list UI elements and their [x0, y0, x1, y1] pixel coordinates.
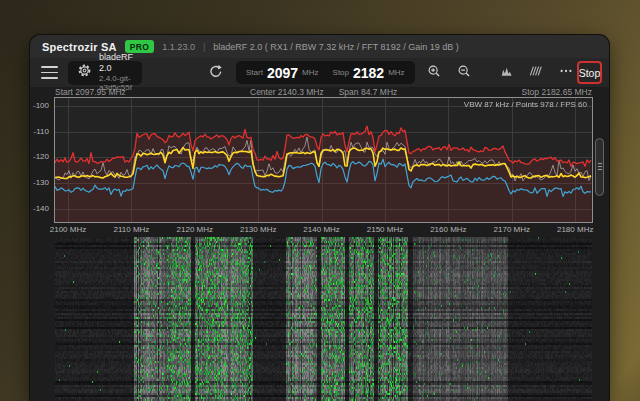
waterfall-view-icon: [529, 64, 543, 81]
stop-freq-value: 2182: [353, 65, 384, 81]
x-tick-label: 2140 MHz: [297, 225, 347, 234]
spectrum-view-icon: [498, 64, 513, 82]
slider-grip-icon: [598, 163, 602, 172]
more-options-button[interactable]: [555, 62, 577, 84]
y-tick-label: -100: [33, 101, 49, 110]
y-tick-label: -120: [33, 152, 49, 161]
x-tick-label: 2170 MHz: [487, 225, 537, 234]
start-freq-unit: MHz: [302, 68, 318, 77]
device-name: bladeRF 2.0: [99, 52, 133, 74]
y-tick-label: -110: [34, 127, 49, 136]
menu-button[interactable]: [38, 62, 60, 84]
y-tick-label: -140: [33, 204, 49, 213]
app-title: Spectrozir SA: [42, 41, 117, 53]
spectrum-plot[interactable]: [55, 98, 592, 222]
waterfall-display[interactable]: [55, 237, 592, 401]
hamburger-icon: [41, 66, 58, 78]
start-freq-value: 2097: [267, 65, 298, 81]
undo-button[interactable]: [204, 62, 226, 84]
stop-acquisition-button[interactable]: Stop: [577, 61, 603, 84]
device-summary: bladeRF 2.0 ( RX1 / RBW 7.32 kHz / FFT 8…: [213, 42, 458, 52]
stop-freq-unit: MHz: [388, 68, 404, 77]
app-window: Spectrozir SA PRO 1.1.23.0 | bladeRF 2.0…: [30, 35, 609, 401]
pro-badge: PRO: [125, 40, 155, 53]
spectrum-chart: VBW 87 kHz / Points 978 / FPS 60: [54, 97, 593, 223]
version-label: 1.1.23.0: [162, 42, 195, 52]
ellipsis-icon: [559, 64, 573, 81]
frequency-range-control[interactable]: Start 2097 MHz Stop 2182 MHz: [236, 61, 415, 84]
spectrum-view-button[interactable]: [495, 62, 517, 84]
x-tick-label: 2160 MHz: [423, 225, 473, 234]
x-tick-label: 2150 MHz: [360, 225, 410, 234]
zoom-out-icon: [457, 64, 471, 81]
x-axis-labels: 2100 MHz2110 MHz2120 MHz2130 MHz2140 MHz…: [55, 225, 592, 236]
sweep-center-group: Center 2140.3 MHz Span 84.7 MHz: [250, 87, 397, 97]
title-separator: |: [203, 42, 205, 52]
sweep-span-label: Span 84.7 MHz: [339, 87, 398, 97]
stop-freq-label: Stop: [333, 68, 349, 77]
device-selector-button[interactable]: bladeRF 2.0 2.4.0-git-a3d5c55f: [68, 61, 142, 85]
x-tick-label: 2180 MHz: [550, 225, 600, 234]
sweep-center-label: Center 2140.3 MHz: [250, 87, 324, 97]
x-tick-label: 2100 MHz: [43, 225, 93, 234]
x-tick-label: 2130 MHz: [233, 225, 283, 234]
y-axis-labels: -100-110-120-130-140: [30, 98, 52, 222]
x-tick-label: 2110 MHz: [106, 225, 156, 234]
amplitude-scale-slider[interactable]: [595, 138, 604, 196]
undo-icon: [208, 64, 223, 82]
sweep-stop-label: Stop 2182.65 MHz: [522, 87, 592, 97]
zoom-out-button[interactable]: [453, 62, 475, 84]
start-freq-label: Start: [246, 68, 263, 77]
sweep-start-label: Start 2097.95 MHz: [55, 87, 126, 97]
vbw-overlay-label: VBW 87 kHz / Points 978 / FPS 60: [464, 100, 587, 109]
waterfall-view-button[interactable]: [525, 62, 547, 84]
gear-icon: [77, 63, 92, 82]
zoom-in-icon: [427, 64, 441, 81]
toolbar: bladeRF 2.0 2.4.0-git-a3d5c55f Start 209…: [30, 58, 609, 87]
x-tick-label: 2120 MHz: [170, 225, 220, 234]
desktop-background: Spectrozir SA PRO 1.1.23.0 | bladeRF 2.0…: [0, 0, 640, 401]
zoom-in-button[interactable]: [423, 62, 445, 84]
y-tick-label: -130: [33, 178, 49, 187]
